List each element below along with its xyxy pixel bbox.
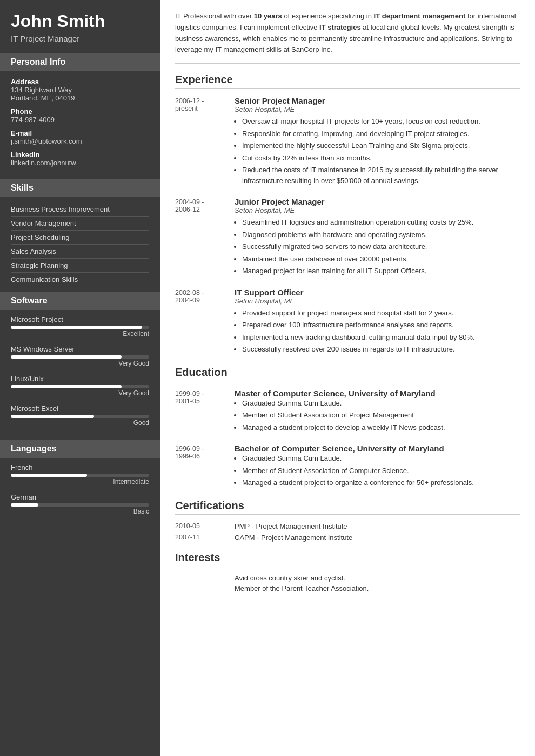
address-line2: Portland, ME, 04019 bbox=[11, 94, 149, 102]
interest-item: Member of the Parent Teacher Association… bbox=[175, 584, 520, 592]
entry-date: 2002-08 -2004-09 bbox=[175, 288, 235, 356]
entry-subtitle: Seton Hospital, ME bbox=[235, 297, 520, 305]
software-bar-container bbox=[11, 385, 149, 388]
entry-bullets: Oversaw all major hospital IT projects f… bbox=[242, 116, 520, 186]
bullet-item: Reduced the costs of IT maintenance in 2… bbox=[242, 165, 520, 186]
software-bar-fill bbox=[11, 326, 142, 329]
bullet-item: Diagnosed problems with hardware and ope… bbox=[242, 230, 520, 240]
entry-date: 2006-12 -present bbox=[175, 96, 235, 187]
entry-body: Junior Project Manager Seton Hospital, M… bbox=[235, 197, 520, 278]
interest-text: Avid cross country skier and cyclist. bbox=[235, 574, 345, 582]
entry-title: IT Support Officer bbox=[235, 288, 520, 297]
sidebar: John Smith IT Project Manager Personal I… bbox=[0, 0, 160, 756]
linkedin-block: LinkedIn linkedin.com/johnutw bbox=[11, 151, 149, 167]
cert-row: 2007-11 CAPM - Project Management Instit… bbox=[175, 534, 520, 542]
interests-heading: Interests bbox=[175, 551, 520, 566]
entry-title: Senior Project Manager bbox=[235, 96, 520, 105]
skill-item: Project Scheduling bbox=[11, 231, 149, 245]
language-bar-label: Basic bbox=[11, 508, 149, 515]
skills-list: Business Process Improvement Vendor Mana… bbox=[0, 197, 160, 292]
cert-name: CAPM - Project Management Institute bbox=[235, 534, 352, 542]
software-bar-container bbox=[11, 355, 149, 359]
bullet-item: Responsible for creating, improving, and… bbox=[242, 129, 520, 139]
cert-row: 2010-05 PMP - Project Management Institu… bbox=[175, 522, 520, 530]
education-heading: Education bbox=[175, 366, 520, 381]
software-heading: Software bbox=[0, 292, 160, 310]
bullet-item: Maintained the user database of over 300… bbox=[242, 254, 520, 265]
bullet-item: Successfully resolved over 200 issues in… bbox=[242, 344, 520, 355]
entry-bullets: Graduated Summa Cum Laude. Member of Stu… bbox=[242, 453, 520, 488]
entry-body: Master of Computer Science, University o… bbox=[235, 389, 520, 435]
software-bar-fill bbox=[11, 385, 122, 388]
interests-section: Interests Avid cross country skier and c… bbox=[175, 551, 520, 592]
entry-title: Bachelor of Computer Science, University… bbox=[235, 444, 520, 453]
entry-body: Bachelor of Computer Science, University… bbox=[235, 444, 520, 490]
language-bar-label: Intermediate bbox=[11, 478, 149, 485]
skill-item: Vendor Management bbox=[11, 217, 149, 231]
skills-heading: Skills bbox=[0, 179, 160, 197]
entry-body: IT Support Officer Seton Hospital, ME Pr… bbox=[235, 288, 520, 356]
address-label: Address bbox=[11, 78, 149, 86]
entry-date: 1999-09 -2001-05 bbox=[175, 389, 235, 435]
entry-date: 1996-09 -1999-06 bbox=[175, 444, 235, 490]
bullet-item: Implemented the highly successful Lean T… bbox=[242, 140, 520, 151]
software-bar-label: Very Good bbox=[11, 360, 149, 367]
language-bar-container bbox=[11, 503, 149, 507]
language-name: German bbox=[11, 493, 149, 501]
bullet-item: Implemented a new tracking dashboard, cu… bbox=[242, 332, 520, 343]
entry-bullets: Provided support for project managers an… bbox=[242, 308, 520, 355]
main-content: IT Professional with over 10 years of ex… bbox=[160, 0, 535, 756]
bullet-item: Graduated Summa Cum Laude. bbox=[242, 398, 520, 409]
bullet-item: Managed a student project to develop a w… bbox=[242, 422, 520, 433]
skill-item: Business Process Improvement bbox=[11, 202, 149, 217]
certifications-heading: Certifications bbox=[175, 500, 520, 515]
email-value: j.smith@uptowork.com bbox=[11, 137, 149, 145]
summary: IT Professional with over 10 years of ex… bbox=[175, 11, 520, 64]
experience-entry: 2006-12 -present Senior Project Manager … bbox=[175, 96, 520, 187]
entry-bullets: Graduated Summa Cum Laude. Member of Stu… bbox=[242, 398, 520, 433]
cert-name: PMP - Project Management Institute bbox=[235, 522, 347, 530]
education-entry: 1996-09 -1999-06 Bachelor of Computer Sc… bbox=[175, 444, 520, 490]
bullet-item: Member of Student Association of Project… bbox=[242, 410, 520, 421]
email-block: E-mail j.smith@uptowork.com bbox=[11, 129, 149, 145]
address-line1: 134 Rightward Way bbox=[11, 86, 149, 94]
linkedin-value: linkedin.com/johnutw bbox=[11, 159, 149, 167]
bullet-item: Streamlined IT logistics and administrat… bbox=[242, 217, 520, 228]
entry-bullets: Streamlined IT logistics and administrat… bbox=[242, 217, 520, 276]
language-item: French Intermediate bbox=[11, 463, 149, 485]
certifications-section: Certifications 2010-05 PMP - Project Man… bbox=[175, 500, 520, 542]
education-entry: 1999-09 -2001-05 Master of Computer Scie… bbox=[175, 389, 520, 435]
skill-item: Strategic Planning bbox=[11, 259, 149, 273]
software-name: MS Windows Server bbox=[11, 345, 149, 353]
software-bar-label: Good bbox=[11, 419, 149, 427]
phone-label: Phone bbox=[11, 107, 149, 116]
entry-body: Senior Project Manager Seton Hospital, M… bbox=[235, 96, 520, 187]
entry-subtitle: Seton Hospital, ME bbox=[235, 206, 520, 214]
software-bar-container bbox=[11, 415, 149, 418]
language-bar-fill bbox=[11, 474, 87, 477]
interest-text: Member of the Parent Teacher Association… bbox=[235, 584, 369, 592]
language-item: German Basic bbox=[11, 493, 149, 515]
entry-subtitle: Seton Hospital, ME bbox=[235, 105, 520, 113]
bullet-item: Oversaw all major hospital IT projects f… bbox=[242, 116, 520, 127]
software-bar-label: Excellent bbox=[11, 330, 149, 338]
interest-item: Avid cross country skier and cyclist. bbox=[175, 574, 520, 582]
interest-spacer bbox=[175, 584, 235, 592]
experience-section: Experience 2006-12 -present Senior Proje… bbox=[175, 73, 520, 356]
phone-value: 774-987-4009 bbox=[11, 116, 149, 124]
email-label: E-mail bbox=[11, 129, 149, 137]
software-bar-fill bbox=[11, 415, 94, 418]
bullet-item: Member of Student Association of Compute… bbox=[242, 465, 520, 476]
entry-title: Master of Computer Science, University o… bbox=[235, 389, 520, 398]
skill-item: Communication Skills bbox=[11, 273, 149, 286]
cert-date: 2007-11 bbox=[175, 534, 235, 542]
software-section: Microsoft Project Excellent MS Windows S… bbox=[0, 310, 160, 440]
bullet-item: Graduated Summa Cum Laude. bbox=[242, 453, 520, 464]
languages-heading: Languages bbox=[0, 440, 160, 458]
software-item: MS Windows Server Very Good bbox=[11, 345, 149, 367]
bullet-item: Cut costs by 32% in less than six months… bbox=[242, 153, 520, 164]
personal-info-heading: Personal Info bbox=[0, 53, 160, 71]
software-bar-label: Very Good bbox=[11, 389, 149, 397]
software-name: Microsoft Project bbox=[11, 315, 149, 323]
entry-title: Junior Project Manager bbox=[235, 197, 520, 206]
